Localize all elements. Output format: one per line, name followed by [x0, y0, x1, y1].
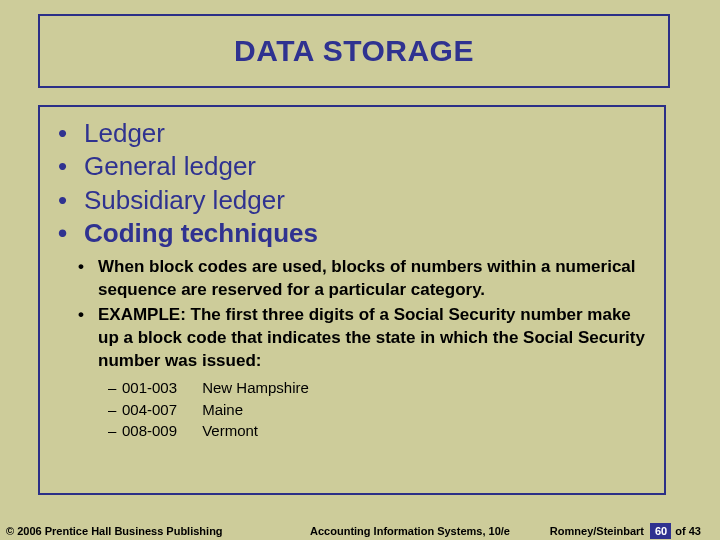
- footer-authors: Romney/Steinbart: [534, 525, 644, 537]
- code-row-me: 004-007 Maine: [108, 399, 646, 421]
- footer-copyright: © 2006 Prentice Hall Business Publishing: [0, 525, 286, 537]
- code-state: New Hampshire: [202, 379, 309, 396]
- sub-bullet-block-codes: When block codes are used, blocks of num…: [78, 256, 646, 302]
- page-indicator: 60 of 43: [650, 523, 705, 539]
- secondary-bullets: When block codes are used, blocks of num…: [58, 256, 646, 373]
- code-range: 008-009: [122, 420, 198, 442]
- slide-title: DATA STORAGE: [234, 34, 474, 68]
- code-list: 001-003 New Hampshire 004-007 Maine 008-…: [108, 377, 646, 442]
- code-range: 001-003: [122, 377, 198, 399]
- footer-book: Accounting Information Systems, 10/e: [286, 525, 534, 537]
- slide-footer: © 2006 Prentice Hall Business Publishing…: [0, 522, 720, 540]
- sub-bullet-example: EXAMPLE: The first three digits of a Soc…: [78, 304, 646, 373]
- bullet-ledger: Ledger: [58, 117, 646, 150]
- page-of-label: of: [675, 525, 685, 537]
- code-range: 004-007: [122, 399, 198, 421]
- page-total-value: 43: [689, 525, 701, 537]
- title-box: DATA STORAGE: [38, 14, 670, 88]
- code-row-vt: 008-009 Vermont: [108, 420, 646, 442]
- page-current: 60: [650, 523, 671, 539]
- code-row-nh: 001-003 New Hampshire: [108, 377, 646, 399]
- page-total: of 43: [671, 523, 705, 539]
- bullet-coding-techniques: Coding techniques: [58, 217, 646, 250]
- content-box: Ledger General ledger Subsidiary ledger …: [38, 105, 666, 495]
- bullet-subsidiary-ledger: Subsidiary ledger: [58, 184, 646, 217]
- primary-bullets: Ledger General ledger Subsidiary ledger …: [58, 117, 646, 250]
- code-state: Vermont: [202, 422, 258, 439]
- bullet-general-ledger: General ledger: [58, 150, 646, 183]
- code-state: Maine: [202, 401, 243, 418]
